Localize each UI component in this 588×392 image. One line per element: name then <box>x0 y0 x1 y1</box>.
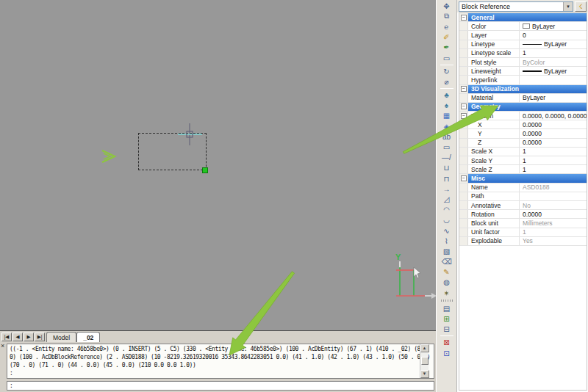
tab-model[interactable]: Model <box>46 332 76 342</box>
property-label: Name <box>468 184 520 192</box>
property-label: Lineweight <box>468 67 520 75</box>
property-row: Scale Z1 <box>459 165 587 174</box>
row-gutter <box>459 210 468 218</box>
chevron-down-icon[interactable]: ▼ <box>563 2 573 11</box>
property-value[interactable] <box>520 76 587 84</box>
scrollbar-thumb[interactable] <box>421 357 429 365</box>
zigzag-icon[interactable]: ∿ <box>439 225 455 236</box>
selected-block-bounding-box[interactable] <box>138 133 207 170</box>
collapse-icon[interactable]: − <box>461 86 467 92</box>
section-title: 3D Visualization <box>468 85 587 93</box>
row-gutter <box>459 184 468 192</box>
row-gutter <box>459 201 468 209</box>
tab-nav-button-3[interactable]: ▶| <box>35 333 45 341</box>
match-properties-icon[interactable]: ✒ <box>439 43 455 53</box>
pencil-icon[interactable]: ✎ <box>439 267 455 277</box>
property-value[interactable]: 0 <box>520 31 587 39</box>
tab-navigation: |◀◀▶▶| <box>0 332 46 342</box>
property-value[interactable] <box>520 192 587 200</box>
zigzag2-icon[interactable]: ⌇ <box>439 236 455 246</box>
collapse-icon[interactable]: − <box>461 175 467 181</box>
property-value[interactable]: 0.0000 <box>520 139 587 147</box>
trees-icon[interactable]: ♠ <box>439 101 455 111</box>
row-gutter <box>459 67 468 75</box>
copy-icon[interactable]: ⧉ <box>439 11 455 21</box>
explode-icon[interactable]: ✶ <box>439 288 455 298</box>
hatch-icon[interactable]: ▨ <box>439 246 455 256</box>
add-item-icon[interactable]: ⊞ <box>439 313 455 324</box>
scroll-down-icon[interactable]: ▼ <box>420 370 429 378</box>
revision-cloud-icon[interactable]: ℮ <box>439 21 455 32</box>
property-value[interactable]: ByLayer <box>520 94 587 102</box>
property-row: MaterialByLayer <box>459 94 587 103</box>
section-gutter: − <box>459 13 468 21</box>
command-history[interactable]: ((-1 . <Entity name: 46b58be0>) (0 . INS… <box>7 344 434 379</box>
paintbrush-icon[interactable]: ✐ <box>439 32 455 43</box>
weld-symbol-bottom-icon[interactable]: ⊓ <box>439 173 455 184</box>
weld-symbol-top-icon[interactable]: ⊔ <box>439 163 455 173</box>
property-label: Linetype <box>468 40 520 48</box>
tree-icon[interactable]: ♣ <box>439 90 455 101</box>
quick-select-button[interactable]: ☇ <box>575 1 587 12</box>
cube-3d-icon[interactable]: ◈ <box>439 121 455 131</box>
layout-tabs: Model_02 <box>46 332 100 342</box>
property-value[interactable]: 0.0000 <box>520 120 587 128</box>
property-label: Hyperlink <box>468 76 520 84</box>
collapse-icon[interactable]: − <box>461 15 467 21</box>
property-value: Yes <box>520 237 587 245</box>
move-icon[interactable]: ✥ <box>439 1 455 11</box>
mirror-icon[interactable]: ⌀ <box>439 76 455 87</box>
property-value[interactable]: 0.0000, 0.0000, 0.0000 <box>520 112 587 120</box>
property-value: No <box>520 201 587 209</box>
annotation-text-icon[interactable]: ab <box>439 131 455 142</box>
tab-nav-button-0[interactable]: |◀ <box>1 333 12 341</box>
property-value[interactable]: ByLayer <box>520 22 587 30</box>
property-value[interactable]: 0.0000 <box>520 210 587 218</box>
row-gutter <box>459 58 468 66</box>
tab-nav-button-1[interactable]: ◀ <box>12 333 23 341</box>
edit-note-icon[interactable]: ▤ <box>439 303 455 313</box>
property-label: Unit factor <box>468 228 520 236</box>
viewport-icon[interactable]: ▭ <box>439 53 455 63</box>
drawing-canvas[interactable]: Y <box>0 0 436 331</box>
property-label: X <box>468 120 520 128</box>
rotate-icon[interactable]: ↻ <box>439 66 455 76</box>
remove-item-icon[interactable]: ⊟ <box>439 324 455 335</box>
collapse-icon[interactable]: − <box>461 113 467 119</box>
object-type-combobox[interactable]: Block Reference ▼ <box>459 1 573 12</box>
leader-arrow-icon[interactable]: → <box>439 184 455 194</box>
delete-item-icon[interactable]: ⊠ <box>439 338 455 348</box>
row-gutter <box>459 76 468 84</box>
grip-point[interactable] <box>202 167 208 173</box>
command-input[interactable]: : <box>7 381 434 391</box>
tab-02[interactable]: _02 <box>76 332 100 342</box>
property-value[interactable]: 0.0000 <box>520 129 587 137</box>
property-value[interactable]: 1 <box>520 148 587 156</box>
section-plate-icon[interactable]: ◿ <box>439 194 455 204</box>
command-scrollbar[interactable]: ▲ ▼ <box>420 344 429 378</box>
corner-curve2-icon[interactable]: ◡ <box>439 215 455 225</box>
section-header-row: −General <box>459 13 587 22</box>
collapse-icon[interactable]: − <box>461 104 467 109</box>
plate-icon[interactable]: ▭ <box>439 142 455 152</box>
sphere-icon[interactable]: ◍ <box>439 277 455 288</box>
property-value-text: ByColor <box>523 59 545 66</box>
property-value-text: 0 <box>523 32 526 39</box>
corner-curve-icon[interactable]: ◠ <box>439 205 455 215</box>
property-row: AnnotativeNo <box>459 201 587 210</box>
tab-nav-button-2[interactable]: ▶ <box>24 333 34 341</box>
grid-blocks-icon[interactable]: ▦ <box>439 111 455 121</box>
eraser-icon[interactable]: ⌫ <box>439 257 455 267</box>
property-value[interactable]: ByLayer <box>520 40 587 48</box>
property-row: Linetype scale1 <box>459 49 587 58</box>
toolbar-grip-handle[interactable] <box>441 300 453 302</box>
insert-item-icon[interactable]: ⊡ <box>439 348 455 358</box>
property-value[interactable]: 1 <box>520 49 587 57</box>
break-line-icon[interactable]: —/ <box>439 153 455 163</box>
property-value[interactable]: 1 <box>520 165 587 173</box>
scroll-up-icon[interactable]: ▲ <box>420 344 429 352</box>
property-value[interactable]: 1 <box>520 156 587 164</box>
color-swatch <box>523 23 530 29</box>
property-value[interactable]: ByLayer <box>520 67 587 75</box>
properties-palette: Block Reference ▼ ☇ −GeneralColorByLayer… <box>456 0 588 392</box>
